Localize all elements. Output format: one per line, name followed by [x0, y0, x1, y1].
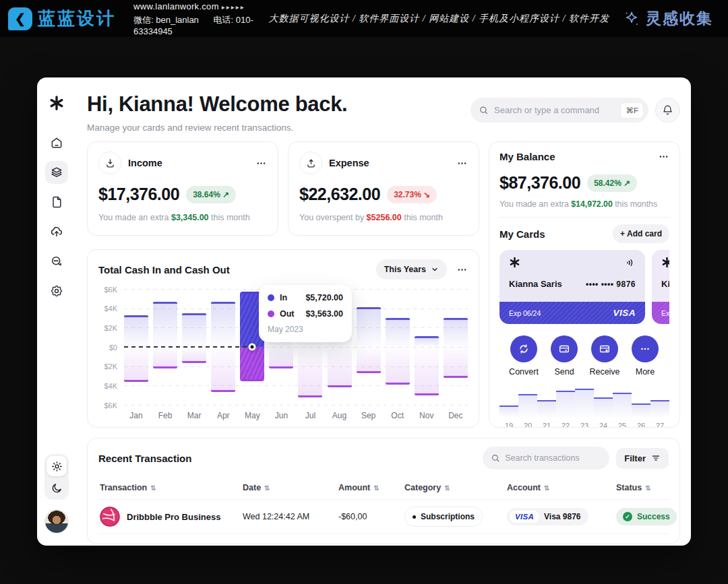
card-masked-number: •••• •••• 9876	[586, 280, 636, 289]
card-expiry: Exp 08/2	[661, 309, 669, 317]
filter-button[interactable]: Filter	[616, 448, 669, 469]
more-action-button[interactable]: More	[626, 335, 664, 377]
x-tick: Apr	[211, 411, 235, 420]
cash-out-bar	[298, 347, 322, 397]
sidebar-item-chat[interactable]	[45, 250, 68, 273]
bar-group-oct[interactable]	[386, 289, 410, 405]
sidebar-item-settings[interactable]	[45, 280, 68, 302]
chart-more-menu-icon[interactable]	[456, 264, 468, 275]
app-logo-asterisk-icon[interactable]	[49, 95, 65, 114]
income-label: Income	[128, 158, 162, 168]
collection-button[interactable]: 灵感收集	[623, 8, 713, 29]
sort-arrows-icon: ⇅	[645, 484, 650, 492]
chart-range-dropdown[interactable]: This Years	[376, 259, 447, 280]
tooltip-period: May 2023	[268, 325, 343, 334]
sort-header-status[interactable]: Status⇅	[616, 483, 667, 492]
convert-action-button[interactable]: Convert	[505, 335, 543, 377]
search-input[interactable]	[494, 105, 615, 115]
transaction-row[interactable]: Dribbble Pro BusinessWed 12:24:42 AM-$60…	[98, 500, 669, 534]
add-card-button[interactable]: + Add card	[613, 224, 669, 243]
send-icon	[551, 335, 578, 362]
sort-arrows-icon: ⇅	[444, 484, 450, 492]
x-tick: Dec	[444, 411, 468, 420]
income-value: $17,376.00	[98, 185, 179, 204]
action-label: More	[626, 367, 664, 377]
mini-bar-23	[575, 389, 594, 417]
cashflow-chart-card: Total Cash In and Cash Out This Years $6…	[87, 249, 479, 428]
mini-bar-21	[537, 400, 556, 417]
card-strip: Exp 06/24 VISA	[499, 302, 645, 324]
sidebar-item-home[interactable]	[45, 131, 68, 154]
cash-out-bar	[269, 347, 293, 368]
mini-bar-20	[518, 394, 537, 417]
banner-website[interactable]: www.lanlanwork.com	[133, 1, 219, 11]
transaction-name: Dribbble Pro Business	[127, 512, 220, 522]
convert-icon	[510, 335, 537, 362]
bar-group-sep[interactable]	[357, 289, 381, 405]
cash-out-bar	[444, 347, 468, 378]
credit-card-1[interactable]: Kianna Saris •••• •••• 9876 Exp 06/24 VI…	[499, 250, 645, 324]
collection-label: 灵感收集	[646, 8, 713, 29]
y-tick: $0	[109, 344, 117, 352]
expense-trend-badge: 32.73% ↘	[387, 186, 437, 203]
chat-icon	[50, 255, 63, 268]
income-more-menu-icon[interactable]	[255, 158, 267, 169]
balance-more-menu-icon[interactable]	[658, 151, 669, 162]
card-holder-name: Kianna Saris	[509, 279, 562, 289]
sort-arrows-icon: ⇅	[150, 484, 156, 492]
sort-header-category[interactable]: Category⇅	[404, 483, 507, 492]
cash-out-bar	[211, 347, 235, 392]
expense-value: $22,632.00	[299, 185, 380, 204]
card-brand-asterisk-icon	[661, 257, 669, 268]
bar-group-dec[interactable]	[444, 289, 468, 405]
receive-icon	[591, 335, 618, 362]
receive-action-button[interactable]: Receive	[586, 335, 624, 377]
sort-arrows-icon: ⇅	[544, 484, 549, 492]
cash-out-bar	[386, 347, 410, 385]
transactions-table-body: Dribbble Pro BusinessWed 12:24:42 AM-$60…	[98, 500, 669, 534]
sidebar-item-cloud-upload[interactable]	[45, 220, 68, 243]
x-tick: Oct	[386, 411, 410, 420]
sidebar-item-layers[interactable]	[45, 161, 68, 184]
cash-out-bar	[124, 347, 148, 382]
settings-icon	[50, 284, 63, 298]
visa-logo: VISA	[510, 511, 539, 523]
sparkle-star-icon	[623, 10, 640, 28]
zero-baseline	[124, 346, 253, 348]
account-pill: VISAVisa 9876	[507, 508, 588, 525]
dribbble-icon	[100, 507, 120, 527]
sort-header-amount[interactable]: Amount⇅	[338, 483, 404, 492]
notifications-button[interactable]	[655, 98, 680, 123]
transactions-search-input[interactable]	[505, 453, 601, 463]
sidebar-item-document[interactable]	[45, 191, 68, 214]
send-action-button[interactable]: Send	[545, 335, 583, 377]
balance-value: $87,376.00	[499, 173, 580, 193]
banner-logo[interactable]: ❮ 蓝蓝设计	[8, 7, 116, 30]
expense-more-menu-icon[interactable]	[456, 158, 468, 169]
card-activity-mini-chart	[499, 387, 669, 417]
moon-icon	[51, 482, 63, 494]
expense-label: Expense	[329, 158, 369, 168]
banner-wechat: 微信: ben_lanlan	[133, 15, 199, 25]
sort-header-date[interactable]: Date⇅	[243, 483, 338, 492]
sort-header-account[interactable]: Account⇅	[507, 483, 616, 492]
document-icon	[50, 195, 63, 209]
chart-tooltip: In $5,720.00 Out $3,563.00 May 2023	[259, 285, 352, 342]
card-expiry: Exp 06/24	[509, 309, 541, 317]
sort-header-transaction[interactable]: Transaction⇅	[100, 483, 243, 492]
theme-toggle	[44, 454, 69, 500]
cash-in-bar	[153, 302, 177, 347]
home-icon	[50, 136, 63, 150]
y-tick: $2K	[104, 324, 117, 332]
chart-plot-area: In $5,720.00 Out $3,563.00 May 2023	[124, 289, 468, 405]
x-tick: Feb	[153, 411, 177, 420]
cash-out-bar	[153, 347, 177, 368]
bar-group-nov[interactable]	[415, 289, 439, 405]
dark-mode-button[interactable]	[47, 478, 67, 498]
chart-x-axis: JanFebMarAprMayJunJulAugSepOctNovDec	[124, 411, 468, 420]
light-mode-button[interactable]	[47, 456, 67, 476]
credit-card-2[interactable]: Kianna Exp 08/2	[652, 250, 669, 324]
user-avatar[interactable]	[44, 509, 69, 533]
y-tick: $4K	[104, 304, 117, 313]
category-pill[interactable]: Subscriptions	[404, 507, 483, 527]
